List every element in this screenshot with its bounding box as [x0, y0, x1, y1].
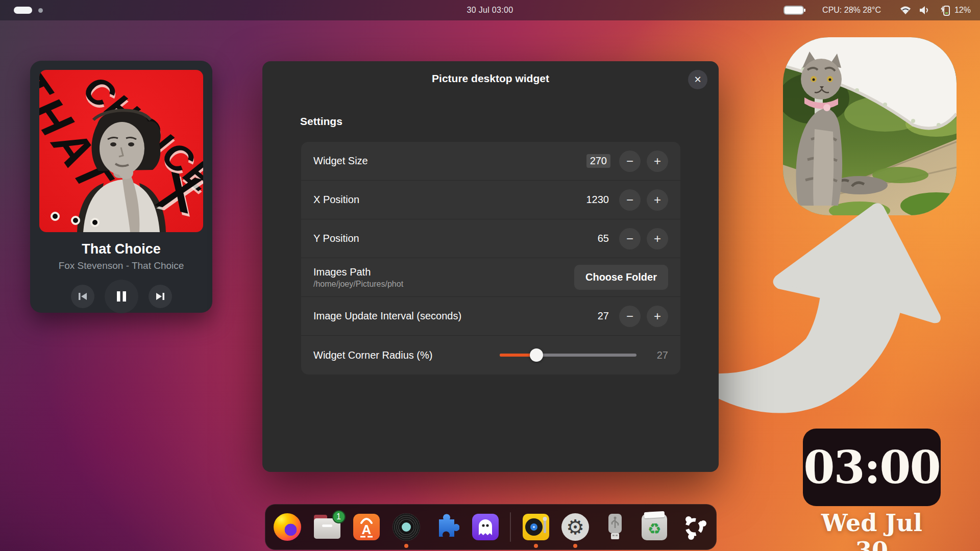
battery-indicator-icon: [783, 6, 804, 15]
next-icon: [155, 292, 165, 301]
ubuntu-logo-icon: [681, 514, 707, 540]
vinyl-record-icon: [393, 513, 420, 541]
images-path-label: Images Path: [313, 266, 403, 278]
playback-controls: [39, 280, 203, 313]
svg-text:A: A: [362, 522, 372, 537]
clock-date: Wed Jul 30: [803, 509, 941, 551]
x-position-label: X Position: [313, 194, 359, 206]
y-position-minus-button[interactable]: −: [619, 228, 641, 249]
ghost-app-icon: [472, 514, 499, 540]
corner-radius-label: Widget Corner Radius (%): [313, 349, 432, 361]
update-interval-row: Image Update Interval (seconds) 27 − +: [301, 297, 680, 336]
clock-time: 03:00: [803, 441, 940, 494]
update-interval-label: Image Update Interval (seconds): [313, 310, 461, 322]
extensions-puzzle-icon: [432, 513, 459, 541]
running-indicator: [573, 544, 577, 548]
update-interval-minus-button[interactable]: −: [619, 306, 641, 327]
previous-button[interactable]: [71, 285, 94, 308]
widget-size-minus-button[interactable]: −: [619, 151, 641, 172]
cpu-status-text: CPU: 28% 28°C: [822, 6, 881, 15]
dock: 1 A: [265, 504, 717, 550]
y-position-label: Y Position: [313, 233, 359, 244]
minus-icon: −: [626, 232, 633, 246]
battery-charging-icon: [937, 4, 950, 16]
picture-desktop-widget[interactable]: [783, 37, 957, 215]
dock-item-firefox[interactable]: [273, 512, 302, 542]
x-position-plus-button[interactable]: +: [647, 189, 668, 211]
dock-separator: [510, 512, 511, 542]
y-position-value[interactable]: 65: [598, 233, 609, 244]
corner-radius-row: Widget Corner Radius (%) 27: [301, 336, 680, 374]
cat-photo: [783, 37, 957, 215]
volume-icon: [919, 5, 930, 15]
dock-item-trash[interactable]: ♻: [640, 512, 669, 542]
close-icon: ✕: [694, 74, 701, 85]
images-path-value: /home/joey/Pictures/phot: [313, 280, 403, 289]
dock-item-extensions[interactable]: [431, 512, 460, 542]
album-art: THAT CHOICE X: [39, 70, 203, 232]
y-position-plus-button[interactable]: +: [647, 228, 668, 249]
plus-icon: +: [654, 309, 661, 323]
dock-item-vinyl-player[interactable]: [391, 512, 421, 542]
music-player-widget[interactable]: THAT CHOICE X That: [30, 61, 212, 313]
x-position-value[interactable]: 1230: [586, 194, 609, 206]
images-path-row: Images Path /home/joey/Pictures/phot Cho…: [301, 258, 680, 297]
pause-icon: [116, 290, 127, 303]
arrow-annotation: [684, 202, 949, 418]
dock-item-ghost-app[interactable]: [471, 512, 500, 542]
widget-size-label: Widget Size: [313, 155, 368, 167]
top-bar: 30 Jul 03:00 CPU: 28% 28°C 12%: [0, 0, 980, 20]
widget-size-row: Widget Size 270 − +: [301, 142, 680, 181]
trash-paper: [644, 511, 665, 518]
dock-item-settings[interactable]: ⚙: [560, 512, 590, 542]
corner-radius-slider[interactable]: [500, 354, 636, 357]
app-center-icon: A: [353, 514, 380, 540]
corner-radius-slider-thumb[interactable]: [530, 348, 543, 362]
files-badge: 1: [332, 510, 346, 523]
corner-radius-value: 27: [646, 349, 668, 361]
update-interval-plus-button[interactable]: +: [647, 306, 668, 327]
minus-icon: −: [626, 193, 633, 207]
dock-item-ubuntu[interactable]: [679, 512, 709, 542]
desktop: 30 Jul 03:00 CPU: 28% 28°C 12% THAT CHOI…: [0, 0, 980, 551]
track-artist-album: Fox Stevenson - That Choice: [39, 260, 203, 271]
y-position-row: Y Position 65 − +: [301, 219, 680, 258]
turntable-icon: [523, 514, 549, 540]
x-position-minus-button[interactable]: −: [619, 189, 641, 211]
firefox-icon: [274, 513, 301, 541]
album-art-dot: [90, 218, 100, 227]
battery-percentage: 12%: [954, 6, 971, 15]
settings-gear-icon: ⚙: [561, 513, 589, 541]
running-indicator: [404, 544, 408, 548]
clock-widget[interactable]: 03:00: [803, 429, 941, 506]
close-button[interactable]: ✕: [688, 70, 707, 89]
plus-icon: +: [654, 232, 661, 246]
x-position-row: X Position 1230 − +: [301, 181, 680, 219]
album-art-dot: [71, 216, 80, 225]
dialog-title: Picture desktop widget: [262, 72, 719, 85]
trash-icon: ♻: [642, 514, 667, 540]
update-interval-value[interactable]: 27: [598, 310, 609, 322]
system-status-area[interactable]: CPU: 28% 28°C 12%: [783, 0, 971, 20]
files-icon: 1: [314, 518, 340, 539]
dock-item-files[interactable]: 1: [312, 512, 342, 542]
wifi-icon: [899, 5, 912, 15]
recycle-icon: ♻: [648, 521, 662, 537]
minus-icon: −: [626, 154, 633, 168]
usb-drive-icon: [606, 513, 624, 541]
choose-folder-button[interactable]: Choose Folder: [574, 265, 668, 290]
dock-item-app-center[interactable]: A: [352, 512, 381, 542]
previous-icon: [78, 292, 88, 301]
album-art-dot: [51, 212, 60, 221]
plus-icon: +: [654, 193, 661, 207]
settings-section-heading: Settings: [300, 115, 342, 128]
widget-size-value[interactable]: 270: [586, 154, 610, 168]
dock-item-turntable[interactable]: [521, 512, 551, 542]
track-title: That Choice: [39, 241, 203, 257]
dock-item-usb-drive[interactable]: [600, 512, 630, 542]
next-button[interactable]: [149, 285, 172, 308]
settings-group: Widget Size 270 − + X Position 1230 − + …: [301, 142, 680, 374]
running-indicator: [534, 544, 538, 548]
widget-size-plus-button[interactable]: +: [647, 151, 668, 172]
pause-button[interactable]: [105, 280, 138, 313]
